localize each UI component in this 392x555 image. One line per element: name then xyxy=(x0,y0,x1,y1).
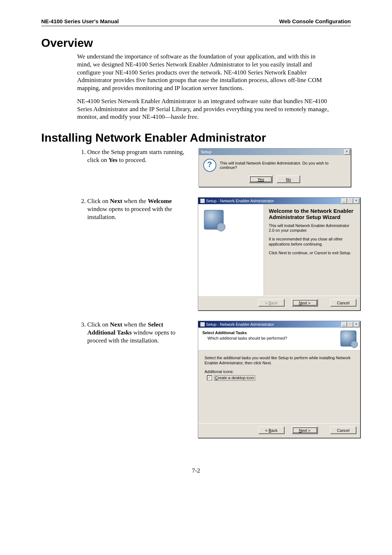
install-step-2: Click on Next when the Welcome window op… xyxy=(87,197,351,311)
close-icon[interactable]: × xyxy=(344,149,350,155)
wizard-text-2: It is recommended that you close all oth… xyxy=(269,237,355,247)
app-icon xyxy=(200,199,205,203)
tasks-lead-text: Select the additional tasks you would li… xyxy=(205,356,354,366)
step3-c: when the xyxy=(122,321,148,328)
maximize-icon: □ xyxy=(347,198,353,204)
minimize-icon[interactable]: _ xyxy=(341,198,347,204)
wizard-text-1: This will install Network Enabler Admini… xyxy=(269,223,355,234)
running-header: NE-4100 Series User's Manual Web Console… xyxy=(41,18,351,26)
tasks-group-label: Additional icons: xyxy=(205,369,354,374)
setup-confirm-titlebar: Setup × xyxy=(199,149,351,155)
additional-tasks-dialog: Setup - Network Enabler Administrator _ … xyxy=(198,321,360,438)
step2-text: Click on Next when the Welcome window op… xyxy=(87,197,189,221)
question-icon: ? xyxy=(203,159,216,172)
setup-confirm-title: Setup xyxy=(201,149,212,155)
back-label: ack xyxy=(271,301,277,305)
back-button: < Back xyxy=(258,299,285,307)
setup-confirm-dialog: Setup × ? This will install Network Enab… xyxy=(199,148,351,187)
step1-text: Once the Setup program starts running, c… xyxy=(87,148,189,164)
page-number: 7-2 xyxy=(41,467,351,474)
step3-b: Next xyxy=(110,321,122,328)
overview-paragraph-2: NE-4100 Series Network Enabler Administr… xyxy=(77,97,331,121)
back-lt: < xyxy=(265,428,269,433)
step1-text-part2: to proceed. xyxy=(118,157,147,163)
no-button[interactable]: No xyxy=(277,175,300,183)
step2-e: window opens to proceed with the install… xyxy=(87,206,172,220)
no-button-label: No xyxy=(286,177,291,182)
wizard-icon xyxy=(204,210,224,230)
welcome-title: Setup - Network Enabler Administrator xyxy=(206,198,274,204)
next-button[interactable]: Next > xyxy=(292,426,318,434)
checkbox-label-rest: reate a desktop icon xyxy=(218,376,254,380)
step2-d: Welcome xyxy=(148,198,172,204)
back-label: ack xyxy=(271,428,277,433)
next-label: ext > xyxy=(302,428,310,433)
wizard-side-panel xyxy=(198,204,264,296)
wizard-text-3: Click Next to continue, or Cancel to exi… xyxy=(269,251,355,256)
app-icon xyxy=(200,322,205,327)
step1-bold: Yes xyxy=(109,157,118,163)
desktop-icon-checkbox[interactable]: ✓ xyxy=(207,375,212,380)
running-header-left: NE-4100 Series User's Manual xyxy=(41,18,119,24)
yes-button-label: Yes xyxy=(257,177,264,182)
minimize-icon[interactable]: _ xyxy=(341,322,347,327)
setup-confirm-message: This will install Network Enabler Admini… xyxy=(220,159,346,170)
section-title-overview: Overview xyxy=(41,36,351,50)
tasks-header-subtitle: Which additional tasks should be perform… xyxy=(208,336,287,340)
tasks-title: Setup - Network Enabler Administrator xyxy=(206,321,274,328)
back-button[interactable]: < Back xyxy=(258,426,285,434)
install-step-1: Once the Setup program starts running, c… xyxy=(87,148,351,187)
yes-button[interactable]: Yes xyxy=(249,175,273,183)
close-icon[interactable]: × xyxy=(354,322,359,327)
step2-a: Click on xyxy=(87,198,110,204)
cancel-button[interactable]: Cancel xyxy=(330,299,356,307)
overview-paragraph-1: We understand the importance of software… xyxy=(77,53,331,92)
running-header-right: Web Console Configuration xyxy=(279,18,351,24)
tasks-titlebar: Setup - Network Enabler Administrator _ … xyxy=(198,321,360,328)
wizard-icon xyxy=(340,331,356,347)
tasks-header-title: Select Additional Tasks xyxy=(203,331,287,335)
wizard-heading: Welcome to the Network Enabler Administr… xyxy=(269,208,355,220)
maximize-icon: □ xyxy=(347,322,353,327)
step2-b: Next xyxy=(110,198,122,204)
cancel-button[interactable]: Cancel xyxy=(330,426,356,434)
install-step-3: Click on Next when the Select Additional… xyxy=(87,321,351,438)
step2-c: when the xyxy=(122,198,148,204)
next-label: ext > xyxy=(302,301,310,305)
welcome-wizard-dialog: Setup - Network Enabler Administrator _ … xyxy=(198,197,360,311)
desktop-icon-checkbox-label[interactable]: Create a desktop icon xyxy=(214,375,255,381)
next-button[interactable]: Next > xyxy=(292,299,318,307)
section-title-installing: Installing Network Enabler Administrator xyxy=(41,131,351,145)
step3-a: Click on xyxy=(87,321,110,328)
close-icon[interactable]: × xyxy=(354,198,359,204)
step3-text: Click on Next when the Select Additional… xyxy=(87,321,189,344)
welcome-titlebar: Setup - Network Enabler Administrator _ … xyxy=(198,198,360,204)
